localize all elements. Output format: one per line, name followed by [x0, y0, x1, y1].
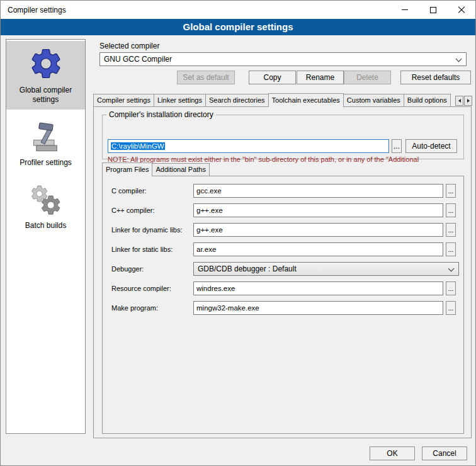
c-compiler-row: C compiler: gcc.exe ... [103, 184, 463, 198]
minimize-button[interactable] [390, 1, 419, 19]
rename-button[interactable]: Rename [297, 71, 344, 84]
tab-scroll-right-button[interactable] [464, 96, 472, 106]
debugger-value: GDB/CDB debugger : Default [198, 264, 297, 273]
sidebar-item-label: Batch builds [25, 221, 66, 230]
sidebar-item-profiler-settings[interactable]: Profiler settings [6, 116, 85, 173]
tab-search-directories[interactable]: Search directories [205, 94, 269, 106]
tab-build-options[interactable]: Build options [404, 94, 451, 106]
make-program-label: Make program: [111, 301, 158, 315]
linker-dynamic-label: Linker for dynamic libs: [111, 223, 183, 237]
minimize-icon [402, 9, 408, 10]
c-compiler-label: C compiler: [111, 184, 147, 198]
tab-scroll-buttons [455, 96, 472, 106]
close-icon [458, 6, 465, 14]
cpp-compiler-browse-button[interactable]: ... [446, 203, 456, 217]
debugger-dropdown[interactable]: GDB/CDB debugger : Default [193, 262, 459, 276]
dialog-header: Global compiler settings [1, 19, 475, 35]
blue-gear-icon [28, 46, 64, 81]
cpp-compiler-row: C++ compiler: g++.exe ... [103, 203, 463, 217]
cpp-compiler-value: g++.exe [196, 207, 223, 214]
maximize-button[interactable] [419, 1, 447, 19]
linker-dynamic-value: g++.exe [196, 226, 223, 234]
subtab-program-files[interactable]: Program Files [102, 162, 152, 176]
program-files-tabs: Program Files Additional Paths [102, 162, 210, 176]
selected-compiler-value: GNU GCC Compiler [104, 55, 172, 64]
linker-dynamic-browse-button[interactable]: ... [446, 223, 456, 237]
sidebar-item-label: Profiler settings [20, 158, 72, 168]
installation-directory-input[interactable]: C:\raylib\MinGW [108, 139, 389, 153]
delete-button[interactable]: Delete [344, 71, 391, 84]
resource-compiler-label: Resource compiler: [111, 281, 171, 295]
cpp-compiler-input[interactable]: g++.exe [193, 203, 443, 217]
chevron-down-icon [456, 56, 462, 62]
installation-directory-group: Compiler's installation directory C:\ray… [102, 110, 464, 159]
linker-dynamic-row: Linker for dynamic libs: g++.exe ... [103, 223, 463, 237]
hammer-tool-icon [30, 121, 62, 154]
resource-compiler-browse-button[interactable]: ... [446, 281, 456, 295]
make-program-browse-button[interactable]: ... [446, 301, 456, 315]
main-panel: Selected compiler GNU GCC Compiler Set a… [92, 35, 472, 466]
sidebar-item-global-compiler-settings[interactable]: Global compiler settings [6, 41, 85, 110]
chevron-down-icon [448, 266, 455, 272]
c-compiler-input[interactable]: gcc.exe [193, 184, 443, 198]
auto-detect-button[interactable]: Auto-detect [405, 139, 457, 153]
window-controls [390, 1, 475, 19]
close-button[interactable] [447, 1, 475, 19]
titlebar: Compiler settings [1, 1, 475, 19]
left-arrow-icon [458, 99, 461, 103]
installation-directory-value: C:\raylib\MinGW [111, 142, 165, 150]
subtab-additional-paths[interactable]: Additional Paths [152, 163, 210, 176]
make-program-value: mingw32-make.exe [196, 304, 259, 312]
sidebar-item-label: Global compiler settings [8, 86, 84, 105]
toolchain-executables-panel: Compiler's installation directory C:\ray… [93, 106, 472, 438]
selected-compiler-dropdown[interactable]: GNU GCC Compiler [99, 52, 467, 66]
maximize-icon [430, 7, 436, 13]
gray-gears-icon [30, 184, 62, 217]
dialog-content: Global compiler settings Profiler settin… [1, 35, 475, 466]
dialog-header-title: Global compiler settings [183, 21, 293, 32]
selected-compiler-label: Selected compiler [99, 42, 159, 50]
debugger-label: Debugger: [111, 262, 144, 276]
installation-directory-browse-button[interactable]: ... [392, 139, 402, 153]
sidebar-item-batch-builds[interactable]: Batch builds [6, 179, 85, 236]
compiler-settings-window: Compiler settings Global compiler settin… [0, 0, 476, 466]
c-compiler-value: gcc.exe [196, 187, 222, 195]
make-program-row: Make program: mingw32-make.exe ... [103, 301, 463, 315]
tab-compiler-settings[interactable]: Compiler settings [93, 94, 154, 106]
right-arrow-icon [467, 99, 470, 103]
cpp-compiler-label: C++ compiler: [111, 203, 154, 217]
tab-toolchain-executables[interactable]: Toolchain executables [268, 93, 344, 107]
reset-defaults-button[interactable]: Reset defaults [400, 71, 471, 84]
resource-compiler-input[interactable]: windres.exe [193, 281, 443, 295]
make-program-input[interactable]: mingw32-make.exe [193, 301, 443, 315]
set-as-default-button[interactable]: Set as default [177, 71, 235, 84]
linker-dynamic-input[interactable]: g++.exe [193, 223, 443, 237]
installation-directory-group-label: Compiler's installation directory [106, 110, 216, 119]
compiler-settings-tabs: Compiler settings Linker settings Search… [93, 93, 455, 107]
linker-static-row: Linker for static libs: ar.exe ... [103, 242, 463, 256]
settings-category-list: Global compiler settings Profiler settin… [6, 39, 86, 434]
program-files-panel: C compiler: gcc.exe ... C++ compiler: g+… [102, 176, 464, 434]
cancel-button[interactable]: Cancel [422, 446, 467, 460]
window-title: Compiler settings [1, 6, 66, 14]
linker-static-label: Linker for static libs: [111, 242, 173, 256]
tab-linker-settings[interactable]: Linker settings [154, 94, 206, 106]
linker-static-browse-button[interactable]: ... [446, 242, 456, 256]
resource-compiler-row: Resource compiler: windres.exe ... [103, 281, 463, 295]
c-compiler-browse-button[interactable]: ... [446, 184, 456, 198]
resource-compiler-value: windres.exe [196, 285, 235, 292]
tab-custom-variables[interactable]: Custom variables [343, 94, 404, 106]
ok-button[interactable]: OK [370, 446, 415, 460]
linker-static-input[interactable]: ar.exe [193, 242, 443, 256]
copy-button[interactable]: Copy [249, 71, 296, 84]
tab-scroll-left-button[interactable] [455, 96, 463, 106]
debugger-row: Debugger: GDB/CDB debugger : Default [103, 262, 463, 276]
linker-static-value: ar.exe [196, 246, 216, 253]
